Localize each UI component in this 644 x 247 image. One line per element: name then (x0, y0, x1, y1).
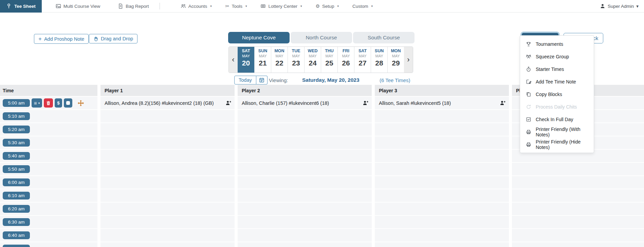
player-cell[interactable] (238, 189, 372, 202)
tee-time-button[interactable]: 5:00 am (3, 99, 30, 107)
player-cell[interactable] (375, 110, 509, 122)
add-player-button[interactable] (363, 100, 368, 106)
nav-tab-tee-sheet[interactable]: Tee Sheet (0, 0, 42, 13)
move-row-handle[interactable] (78, 100, 84, 106)
player-cell[interactable] (238, 123, 372, 136)
player-cell[interactable] (375, 136, 509, 149)
player-cell[interactable] (512, 242, 644, 247)
menu-item-copy-blocks[interactable]: Copy Blocks (520, 88, 594, 100)
course-tab-neptune-cove[interactable]: Neptune Cove (228, 32, 290, 43)
nav-tools[interactable]: ✂ Tools ▾ (221, 0, 252, 13)
nav-bag-report[interactable]: Bag Report (113, 0, 153, 13)
add-player-button[interactable] (500, 100, 505, 106)
tee-time-button[interactable]: 6:00 am (3, 178, 30, 186)
menu-item-squeeze-group[interactable]: Squeeze Group (520, 50, 594, 63)
menu-item-process-daily-chits[interactable]: Process Daily Chits (520, 100, 594, 113)
player-cell[interactable] (238, 203, 372, 215)
menu-item-check-in-full-day[interactable]: Check In Full Day (520, 113, 594, 126)
add-player-button[interactable] (225, 100, 231, 106)
player-cell[interactable] (375, 189, 509, 202)
player-cell[interactable] (100, 110, 235, 122)
tee-time-button[interactable]: 5:40 am (3, 152, 30, 160)
nav-user-menu[interactable]: Super Admin ▾ (594, 3, 644, 9)
date-cell-may-29[interactable]: MON MAY 29 (387, 47, 404, 73)
player-cell[interactable] (375, 229, 509, 242)
menu-item-add-tee-time-note[interactable]: Add Tee Time Note (520, 75, 594, 88)
nav-setup[interactable]: ⚙ Setup ▾ (311, 0, 343, 13)
player-cell[interactable] (512, 189, 644, 202)
player-cell[interactable] (100, 123, 235, 136)
tee-time-button[interactable]: 6:30 am (3, 218, 30, 226)
nav-multi-course-view[interactable]: Multi Course View (51, 0, 105, 13)
player-cell[interactable] (238, 242, 372, 247)
player-cell[interactable] (100, 203, 235, 215)
player-cell[interactable] (238, 229, 372, 242)
player-cell[interactable] (375, 150, 509, 162)
nav-custom[interactable]: Custom ▾ (348, 0, 377, 13)
calendar-picker-button[interactable] (256, 76, 268, 84)
player-cell[interactable] (100, 189, 235, 202)
menu-item-printer-friendly-with-notes[interactable]: Printer Friendly (With Notes) (520, 126, 594, 138)
tee-times-count[interactable]: (6 Tee Times) (380, 77, 410, 83)
tee-time-button[interactable]: 5:10 am (3, 112, 30, 120)
player-cell[interactable] (375, 203, 509, 215)
player-cell[interactable]: Allison, Charlie (157) #lukevincent6 (18… (238, 97, 372, 109)
nav-accounts[interactable]: Accounts ▾ (176, 0, 216, 13)
today-button[interactable]: Today (234, 76, 256, 84)
menu-item-printer-friendly-hide-notes[interactable]: Printer Friendly (Hide Notes) (520, 138, 594, 151)
date-cell-may-26[interactable]: FRI MAY 26 (337, 47, 354, 73)
player-cell[interactable] (512, 229, 644, 242)
course-tab-north-course[interactable]: North Course (291, 32, 352, 43)
player-cell[interactable] (238, 150, 372, 162)
date-cell-may-21[interactable]: SUN MAY 21 (254, 47, 271, 73)
player-cell[interactable] (238, 110, 372, 122)
date-cell-may-25[interactable]: THU MAY 25 (321, 47, 337, 73)
carousel-prev-button[interactable]: ‹ (229, 47, 238, 73)
player-cell[interactable] (375, 216, 509, 228)
block-square-button[interactable] (64, 98, 72, 108)
carousel-next-button[interactable]: › (404, 47, 413, 73)
menu-item-starter-times[interactable]: Starter Times (520, 63, 594, 75)
player-cell[interactable] (238, 216, 372, 228)
date-cell-may-20[interactable]: SAT MAY 20 (238, 47, 254, 73)
player-cell[interactable] (100, 163, 235, 175)
tee-time-button[interactable]: 5:30 am (3, 139, 30, 147)
date-cell-may-22[interactable]: MON MAY 22 (271, 47, 288, 73)
tee-time-button[interactable]: 6:40 am (3, 231, 30, 239)
date-cell-may-23[interactable]: TUE MAY 23 (288, 47, 304, 73)
player-cell[interactable] (238, 163, 372, 175)
player-cell[interactable] (512, 203, 644, 215)
date-cell-may-27[interactable]: SAT MAY 27 (354, 47, 371, 73)
player-cell[interactable] (100, 176, 235, 189)
player-cell[interactable]: Allison, Sarah #lukevincent5 (18) (375, 97, 509, 109)
player-cell[interactable] (238, 176, 372, 189)
payment-button[interactable]: $ (55, 98, 62, 108)
date-cell-may-24[interactable]: WED MAY 24 (304, 47, 321, 73)
nav-lottery-center[interactable]: Lottery Center ▾ (256, 0, 306, 13)
drag-and-drop-button[interactable]: Drag and Drop (89, 34, 137, 43)
player-cell[interactable] (100, 216, 235, 228)
player-cell[interactable] (512, 176, 644, 189)
course-tab-south-course[interactable]: South Course (353, 32, 415, 43)
player-cell[interactable] (512, 216, 644, 228)
player-cell[interactable] (100, 150, 235, 162)
delete-tee-time-button[interactable] (44, 98, 53, 108)
player-cell[interactable]: Allison, Andrea (8.2)(156) #lukevincent2… (100, 97, 235, 109)
tee-time-button[interactable]: 6:50 am (3, 245, 30, 247)
tee-time-button[interactable]: 6:20 am (3, 205, 30, 213)
date-cell-may-28[interactable]: SUN MAY 28 (371, 47, 387, 73)
player-cell[interactable] (375, 242, 509, 247)
player-cell[interactable] (100, 136, 235, 149)
player-cell[interactable] (238, 136, 372, 149)
tee-time-button[interactable]: 5:50 am (3, 165, 30, 173)
tee-time-button[interactable]: 5:20 am (3, 126, 30, 133)
player-cell[interactable] (375, 163, 509, 175)
player-cell[interactable] (100, 229, 235, 242)
player-cell[interactable] (100, 242, 235, 247)
player-cell[interactable] (375, 176, 509, 189)
add-proshop-note-button[interactable]: + Add Proshop Note (34, 34, 89, 44)
row-menu-button[interactable]: ≡ ▾ (32, 98, 42, 108)
player-cell[interactable] (375, 123, 509, 136)
player-cell[interactable] (512, 163, 644, 175)
menu-item-tournaments[interactable]: Tournaments (520, 38, 594, 50)
